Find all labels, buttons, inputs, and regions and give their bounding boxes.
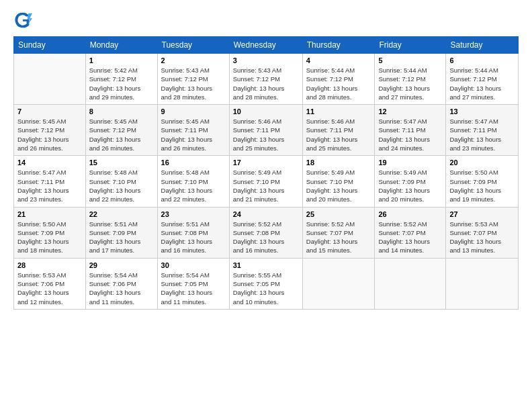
day-number: 13 [449,107,515,116]
calendar-cell: 7Sunrise: 5:45 AM Sunset: 7:12 PM Daylig… [14,105,86,156]
day-info: Sunrise: 5:47 AM Sunset: 7:11 PM Dayligh… [449,117,515,152]
day-info: Sunrise: 5:54 AM Sunset: 7:05 PM Dayligh… [161,271,226,306]
day-number: 12 [378,107,442,116]
day-number: 2 [161,56,226,64]
day-info: Sunrise: 5:52 AM Sunset: 7:07 PM Dayligh… [306,220,371,255]
calendar-week-3: 14Sunrise: 5:47 AM Sunset: 7:11 PM Dayli… [14,156,519,207]
calendar-cell: 1Sunrise: 5:42 AM Sunset: 7:12 PM Daylig… [85,54,157,105]
day-info: Sunrise: 5:47 AM Sunset: 7:11 PM Dayligh… [17,168,82,203]
calendar-week-5: 28Sunrise: 5:53 AM Sunset: 7:06 PM Dayli… [14,258,519,309]
day-number: 1 [89,56,154,64]
calendar-cell: 16Sunrise: 5:48 AM Sunset: 7:10 PM Dayli… [157,156,229,207]
day-info: Sunrise: 5:45 AM Sunset: 7:12 PM Dayligh… [89,117,154,152]
day-number: 21 [17,210,82,218]
weekday-header-saturday: Saturday [446,37,519,54]
logo-icon [13,11,32,30]
day-info: Sunrise: 5:51 AM Sunset: 7:08 PM Dayligh… [161,220,226,255]
day-number: 5 [378,56,442,64]
calendar-cell: 6Sunrise: 5:44 AM Sunset: 7:12 PM Daylig… [446,54,519,105]
day-number: 17 [233,158,299,167]
day-number: 6 [449,56,515,64]
calendar-cell: 14Sunrise: 5:47 AM Sunset: 7:11 PM Dayli… [14,156,86,207]
calendar-cell: 27Sunrise: 5:53 AM Sunset: 7:07 PM Dayli… [446,207,519,258]
day-info: Sunrise: 5:48 AM Sunset: 7:10 PM Dayligh… [161,168,226,203]
weekday-header-tuesday: Tuesday [157,37,229,54]
day-number: 24 [233,210,299,218]
calendar-cell: 29Sunrise: 5:54 AM Sunset: 7:06 PM Dayli… [85,258,157,309]
day-number: 19 [378,158,442,167]
day-info: Sunrise: 5:46 AM Sunset: 7:11 PM Dayligh… [233,117,299,152]
calendar-cell: 25Sunrise: 5:52 AM Sunset: 7:07 PM Dayli… [302,207,375,258]
day-number: 28 [17,261,82,269]
day-info: Sunrise: 5:47 AM Sunset: 7:11 PM Dayligh… [378,117,442,152]
calendar-cell: 26Sunrise: 5:52 AM Sunset: 7:07 PM Dayli… [375,207,446,258]
calendar-cell: 20Sunrise: 5:50 AM Sunset: 7:09 PM Dayli… [446,156,519,207]
calendar-cell: 24Sunrise: 5:52 AM Sunset: 7:08 PM Dayli… [229,207,302,258]
day-info: Sunrise: 5:44 AM Sunset: 7:12 PM Dayligh… [449,66,515,101]
calendar: SundayMondayTuesdayWednesdayThursdayFrid… [13,36,519,310]
day-info: Sunrise: 5:49 AM Sunset: 7:10 PM Dayligh… [233,168,299,203]
day-number: 8 [89,107,154,116]
day-number: 23 [161,210,226,218]
day-info: Sunrise: 5:42 AM Sunset: 7:12 PM Dayligh… [89,66,154,101]
day-info: Sunrise: 5:53 AM Sunset: 7:06 PM Dayligh… [17,271,82,306]
day-number: 10 [233,107,299,116]
calendar-week-4: 21Sunrise: 5:50 AM Sunset: 7:09 PM Dayli… [14,207,519,258]
day-number: 27 [449,210,515,218]
day-number: 9 [161,107,226,116]
day-number: 29 [89,261,154,269]
page: SundayMondayTuesdayWednesdayThursdayFrid… [0,0,532,411]
weekday-header-wednesday: Wednesday [229,37,302,54]
day-number: 16 [161,158,226,167]
calendar-cell: 31Sunrise: 5:55 AM Sunset: 7:05 PM Dayli… [229,258,302,309]
day-number: 4 [306,56,371,64]
calendar-cell: 19Sunrise: 5:49 AM Sunset: 7:09 PM Dayli… [375,156,446,207]
day-info: Sunrise: 5:43 AM Sunset: 7:12 PM Dayligh… [233,66,299,101]
day-info: Sunrise: 5:44 AM Sunset: 7:12 PM Dayligh… [306,66,371,101]
calendar-cell [14,54,86,105]
calendar-cell: 30Sunrise: 5:54 AM Sunset: 7:05 PM Dayli… [157,258,229,309]
calendar-week-2: 7Sunrise: 5:45 AM Sunset: 7:12 PM Daylig… [14,105,519,156]
calendar-cell: 3Sunrise: 5:43 AM Sunset: 7:12 PM Daylig… [229,54,302,105]
weekday-header-friday: Friday [375,37,446,54]
day-number: 25 [306,210,371,218]
calendar-cell: 18Sunrise: 5:49 AM Sunset: 7:10 PM Dayli… [302,156,375,207]
calendar-header-row: SundayMondayTuesdayWednesdayThursdayFrid… [14,37,519,54]
calendar-cell [375,258,446,309]
calendar-cell [302,258,375,309]
day-number: 30 [161,261,226,269]
day-info: Sunrise: 5:44 AM Sunset: 7:12 PM Dayligh… [378,66,442,101]
calendar-cell: 10Sunrise: 5:46 AM Sunset: 7:11 PM Dayli… [229,105,302,156]
day-info: Sunrise: 5:45 AM Sunset: 7:12 PM Dayligh… [17,117,82,152]
day-info: Sunrise: 5:48 AM Sunset: 7:10 PM Dayligh… [89,168,154,203]
day-info: Sunrise: 5:51 AM Sunset: 7:09 PM Dayligh… [89,220,154,255]
calendar-cell: 12Sunrise: 5:47 AM Sunset: 7:11 PM Dayli… [375,105,446,156]
day-info: Sunrise: 5:55 AM Sunset: 7:05 PM Dayligh… [233,271,299,306]
calendar-cell: 4Sunrise: 5:44 AM Sunset: 7:12 PM Daylig… [302,54,375,105]
day-number: 15 [89,158,154,167]
day-info: Sunrise: 5:52 AM Sunset: 7:07 PM Dayligh… [378,220,442,255]
day-info: Sunrise: 5:49 AM Sunset: 7:09 PM Dayligh… [378,168,442,203]
calendar-cell: 22Sunrise: 5:51 AM Sunset: 7:09 PM Dayli… [85,207,157,258]
day-info: Sunrise: 5:46 AM Sunset: 7:11 PM Dayligh… [306,117,371,152]
day-number: 26 [378,210,442,218]
logo [13,11,36,30]
day-number: 20 [449,158,515,167]
calendar-cell: 17Sunrise: 5:49 AM Sunset: 7:10 PM Dayli… [229,156,302,207]
calendar-cell: 15Sunrise: 5:48 AM Sunset: 7:10 PM Dayli… [85,156,157,207]
calendar-cell: 8Sunrise: 5:45 AM Sunset: 7:12 PM Daylig… [85,105,157,156]
day-info: Sunrise: 5:53 AM Sunset: 7:07 PM Dayligh… [449,220,515,255]
day-number: 31 [233,261,299,269]
calendar-cell: 23Sunrise: 5:51 AM Sunset: 7:08 PM Dayli… [157,207,229,258]
day-info: Sunrise: 5:43 AM Sunset: 7:12 PM Dayligh… [161,66,226,101]
day-info: Sunrise: 5:49 AM Sunset: 7:10 PM Dayligh… [306,168,371,203]
day-number: 22 [89,210,154,218]
calendar-cell: 9Sunrise: 5:45 AM Sunset: 7:11 PM Daylig… [157,105,229,156]
calendar-cell: 11Sunrise: 5:46 AM Sunset: 7:11 PM Dayli… [302,105,375,156]
day-number: 3 [233,56,299,64]
calendar-cell: 5Sunrise: 5:44 AM Sunset: 7:12 PM Daylig… [375,54,446,105]
day-info: Sunrise: 5:50 AM Sunset: 7:09 PM Dayligh… [17,220,82,255]
calendar-cell [446,258,519,309]
weekday-header-thursday: Thursday [302,37,375,54]
calendar-cell: 13Sunrise: 5:47 AM Sunset: 7:11 PM Dayli… [446,105,519,156]
